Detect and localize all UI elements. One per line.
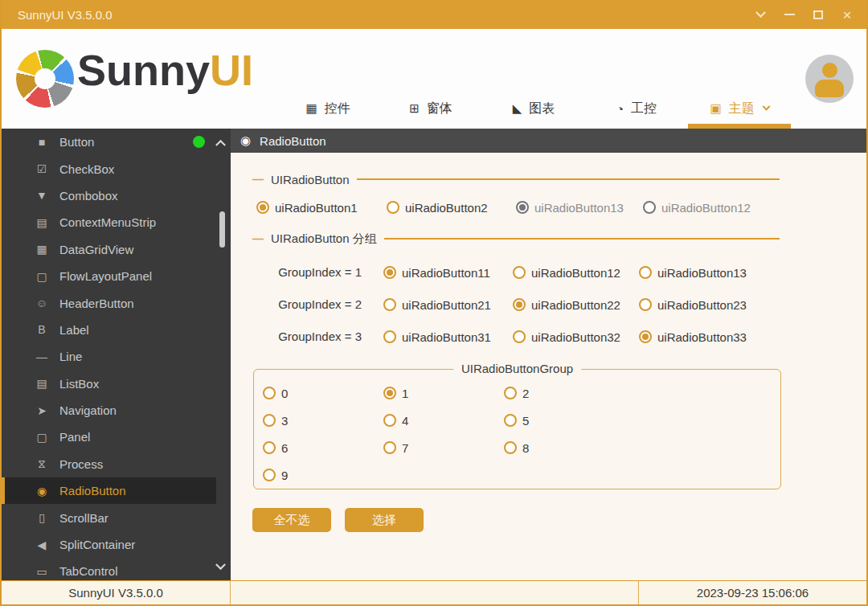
- tab-label: 窗体: [427, 100, 452, 117]
- sunnyui-wheel-logo: [16, 50, 74, 108]
- radio-uiRadioButton23[interactable]: uiRadioButton23: [639, 297, 747, 313]
- sidebar-item-label: Navigation: [59, 403, 117, 417]
- sidebar-item-button[interactable]: ■Button: [2, 129, 216, 155]
- hourglass-icon: ⧖: [34, 457, 50, 471]
- sidebar-item-label: Line: [59, 350, 82, 363]
- radio-label: 3: [281, 414, 288, 428]
- sidebar-item-label: HeaderButton: [59, 297, 134, 310]
- uncheck-all-button[interactable]: 全不选: [252, 508, 331, 532]
- tab-icon: ▭: [34, 565, 50, 578]
- window-controls: ×: [749, 4, 858, 25]
- sidebar-item-radiobutton[interactable]: ◉RadioButton: [2, 477, 216, 504]
- radio-uiRadioButton12: uiRadioButton12: [643, 199, 751, 215]
- line-icon: —: [34, 350, 50, 363]
- radio-label: uiRadioButton2: [405, 201, 488, 215]
- tab-charts[interactable]: ◣图表: [482, 88, 585, 129]
- radio-option-7[interactable]: 7: [383, 440, 408, 456]
- radio-uiRadioButton2[interactable]: uiRadioButton2: [387, 199, 488, 215]
- radio-label: uiRadioButton31: [402, 330, 491, 344]
- sidebar-item-label[interactable]: BLabel: [2, 317, 216, 343]
- radio-uiRadioButton33[interactable]: uiRadioButton33: [639, 329, 747, 345]
- chart-icon: ◣: [513, 101, 522, 116]
- radio-option-5[interactable]: 5: [504, 412, 529, 428]
- panel-outline-icon: ▢: [34, 431, 50, 444]
- radio-uiRadioButton31[interactable]: uiRadioButton31: [383, 329, 491, 345]
- radio-uiRadioButton13[interactable]: uiRadioButton13: [639, 264, 747, 280]
- radio-label: 6: [281, 441, 288, 455]
- sidebar-item-contextmenustrip[interactable]: ▤ContextMenuStrip: [2, 209, 216, 235]
- radio-checked-icon: [639, 330, 652, 343]
- radio-option-3[interactable]: 3: [263, 412, 288, 428]
- logo-word-sunny: Sunny: [77, 46, 210, 94]
- sidebar-item-headerbutton[interactable]: ☺HeaderButton: [2, 289, 216, 316]
- radio-label: uiRadioButton13: [657, 266, 747, 280]
- radio-unchecked-icon: [383, 330, 396, 343]
- sidebar-item-scrollbar[interactable]: ▯ScrollBar: [2, 504, 216, 530]
- minimize-button[interactable]: [778, 4, 800, 25]
- combobox-icon: ▼: [34, 189, 50, 202]
- radio-option-9[interactable]: 9: [263, 467, 288, 483]
- radio-option-8[interactable]: 8: [504, 440, 529, 456]
- sidebar-item-line[interactable]: —Line: [2, 343, 216, 370]
- radio-icon: ◉: [240, 133, 251, 148]
- titlebar-extend-button[interactable]: [749, 4, 772, 25]
- radio-unchecked-icon: [263, 441, 276, 454]
- radio-option-0[interactable]: 0: [263, 385, 288, 401]
- radio-option-1[interactable]: 1: [383, 385, 408, 401]
- radio-label: 9: [281, 469, 288, 482]
- tab-forms[interactable]: ⊞窗体: [379, 88, 482, 129]
- sidebar-item-navigation[interactable]: ➤Navigation: [2, 397, 216, 424]
- radio-button-group-box: UIRadioButtonGroup 0123456789: [253, 369, 781, 489]
- phone-icon: ▯: [34, 511, 50, 524]
- tab-controls[interactable]: ▦控件: [276, 88, 379, 129]
- radio-uiRadioButton11[interactable]: uiRadioButton11: [383, 264, 490, 280]
- radio-uiRadioButton21[interactable]: uiRadioButton21: [383, 297, 491, 313]
- group2-title: UIRadioButton 分组: [271, 231, 377, 247]
- radio-label: uiRadioButton23: [657, 298, 747, 312]
- sidebar-item-process[interactable]: ⧖Process: [2, 451, 216, 477]
- radio-label: 8: [522, 441, 529, 455]
- statusbar-middle: [231, 581, 639, 604]
- radio-label: uiRadioButton12: [661, 201, 751, 215]
- tab-theme[interactable]: ▣主题: [688, 88, 791, 129]
- sidebar-item-flowlayoutpanel[interactable]: ▢FlowLayoutPanel: [2, 263, 216, 289]
- radio-unchecked-icon: [639, 298, 652, 311]
- green-status-dot: [193, 136, 205, 148]
- close-button[interactable]: ×: [836, 4, 858, 25]
- sidebar-scrollbar-thumb[interactable]: [219, 211, 225, 248]
- listbox-icon: ▤: [34, 377, 50, 390]
- radio-label: uiRadioButton1: [275, 201, 358, 215]
- sidebar-scroll-down-button[interactable]: [217, 559, 224, 574]
- sidebar-item-datagridview[interactable]: ▦DataGridView: [2, 236, 216, 263]
- radio-option-2[interactable]: 2: [504, 385, 529, 401]
- select-button[interactable]: 选择: [345, 508, 424, 532]
- tab-industrial[interactable]: ◔工控: [585, 88, 688, 129]
- radio-label: 0: [281, 387, 288, 400]
- radio-uiRadioButton1[interactable]: uiRadioButton1: [256, 199, 358, 215]
- radio-unchecked-icon: [383, 298, 396, 311]
- split-icon: ◀: [34, 538, 50, 551]
- sidebar-scroll-up-button[interactable]: [217, 135, 224, 149]
- radio-option-4[interactable]: 4: [383, 412, 408, 428]
- statusbar: SunnyUI V3.5.0.0 2023-09-23 15:06:06: [2, 580, 866, 604]
- sidebar-item-label: TabControl: [59, 564, 118, 578]
- sidebar-items: ■Button☑CheckBox▼Combobox▤ContextMenuStr…: [2, 129, 216, 585]
- sidebar-item-label: SplitContainer: [59, 538, 135, 551]
- sidebar-item-splitcontainer[interactable]: ◀SplitContainer: [2, 531, 216, 558]
- chevron-down-icon: [762, 102, 770, 110]
- sidebar-item-combobox[interactable]: ▼Combobox: [2, 182, 216, 209]
- radio-uiRadioButton22[interactable]: uiRadioButton22: [513, 297, 620, 313]
- radio-uiRadioButton13: uiRadioButton13: [516, 199, 624, 215]
- bold-b-icon: B: [34, 323, 50, 336]
- radio-checked-icon: [513, 298, 526, 311]
- radio-uiRadioButton12[interactable]: uiRadioButton12: [513, 264, 620, 280]
- maximize-button[interactable]: [807, 4, 829, 25]
- radio-checked-icon: [383, 387, 396, 399]
- sidebar-item-panel[interactable]: ▢Panel: [2, 424, 216, 450]
- radio-option-6[interactable]: 6: [263, 440, 288, 456]
- chevron-down-icon: [215, 559, 226, 570]
- sidebar-item-checkbox[interactable]: ☑CheckBox: [2, 155, 216, 182]
- avatar[interactable]: [805, 55, 854, 103]
- sidebar-item-listbox[interactable]: ▤ListBox: [2, 371, 216, 397]
- radio-uiRadioButton32[interactable]: uiRadioButton32: [513, 329, 620, 345]
